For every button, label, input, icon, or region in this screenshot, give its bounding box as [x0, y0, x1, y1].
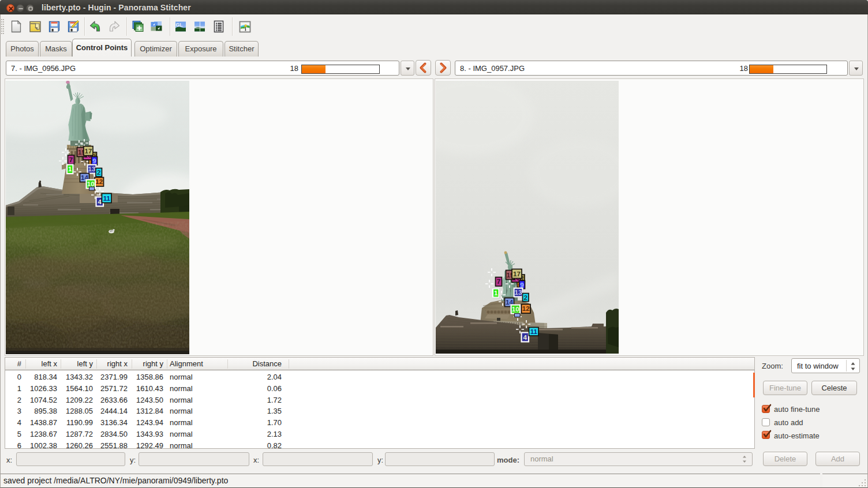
svg-text:1: 1 — [494, 290, 498, 296]
svg-text:4: 4 — [523, 334, 527, 341]
svg-text:17: 17 — [513, 271, 521, 277]
svg-text:12: 12 — [95, 178, 103, 185]
svg-text:GL: GL — [176, 22, 183, 28]
svg-text:2: 2 — [524, 294, 527, 301]
svg-text:10: 10 — [512, 306, 519, 313]
svg-text:9: 9 — [92, 157, 96, 164]
svg-text:11: 11 — [103, 195, 111, 202]
svg-text:7: 7 — [497, 278, 500, 285]
svg-text:11: 11 — [530, 328, 538, 335]
svg-text:13: 13 — [515, 289, 522, 296]
svg-text:13: 13 — [88, 166, 96, 172]
svg-text:2: 2 — [97, 169, 100, 176]
svg-text:12: 12 — [522, 305, 530, 312]
svg-text:4: 4 — [98, 198, 102, 205]
svg-text:17: 17 — [85, 148, 92, 155]
svg-text:9: 9 — [520, 281, 523, 288]
svg-text:10: 10 — [87, 181, 95, 187]
svg-text:7: 7 — [69, 156, 73, 163]
svg-text:1: 1 — [68, 166, 72, 172]
